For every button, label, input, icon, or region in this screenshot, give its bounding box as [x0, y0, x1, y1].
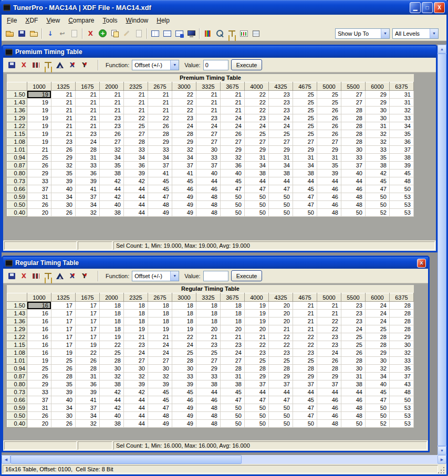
grid-cell[interactable]: 21: [124, 107, 148, 114]
grid-row-header[interactable]: 0.50: [7, 201, 27, 209]
grid-cell[interactable]: 30: [390, 341, 414, 349]
grid-cell[interactable]: 21: [51, 122, 76, 130]
grid-cell[interactable]: 50: [269, 193, 293, 201]
grid-cell[interactable]: 31: [390, 91, 414, 99]
grid-cell[interactable]: 17: [76, 333, 100, 341]
grid-col-header[interactable]: 4675: [293, 293, 317, 302]
grid-cell[interactable]: 48: [148, 412, 172, 420]
grid-cell[interactable]: 26: [317, 122, 341, 130]
grid-cell[interactable]: 39: [124, 170, 148, 177]
grid-cell[interactable]: 48: [196, 404, 221, 412]
menu-item-tools[interactable]: Tools: [99, 16, 122, 25]
grid-cell[interactable]: 50: [366, 404, 390, 412]
grid-cell[interactable]: 40: [51, 396, 76, 404]
grid-row-header[interactable]: 0.94: [7, 365, 27, 373]
grid-cell[interactable]: 19: [245, 310, 269, 318]
grid-cell[interactable]: 18: [221, 310, 245, 318]
grid-cell[interactable]: 18: [124, 310, 148, 318]
grid-cell[interactable]: 18: [196, 310, 221, 318]
grid-cell[interactable]: 21: [76, 114, 100, 122]
grid-cell[interactable]: 41: [76, 185, 100, 193]
x-axis-button[interactable]: X: [66, 270, 78, 282]
grid-cell[interactable]: 48: [341, 193, 366, 201]
grid-cell[interactable]: 46: [172, 185, 196, 193]
grid-cell[interactable]: 29: [27, 380, 51, 388]
grid-col-header[interactable]: 5500: [341, 293, 366, 302]
grid-cell[interactable]: 24: [148, 349, 172, 357]
grid-cell[interactable]: 41: [148, 170, 172, 177]
grid-cell[interactable]: 25: [27, 154, 51, 162]
grid-cell[interactable]: 21: [76, 107, 100, 114]
grid-cell[interactable]: 22: [245, 341, 269, 349]
x-axis-button[interactable]: X: [66, 59, 78, 71]
scroll-left-icon[interactable]: ◀: [2, 455, 11, 464]
grid-cell[interactable]: 53: [390, 193, 414, 201]
grid-col-header[interactable]: 1000: [27, 293, 51, 302]
grid-cell[interactable]: 45: [172, 177, 196, 185]
menu-item-file[interactable]: File: [3, 16, 21, 25]
grid-cell[interactable]: 25: [100, 349, 124, 357]
grid-cell[interactable]: 35: [100, 162, 124, 170]
grid-cell[interactable]: 47: [293, 404, 317, 412]
grid-cell[interactable]: 21: [76, 99, 100, 107]
grid-cell[interactable]: 17: [51, 333, 76, 341]
compare-button[interactable]: [226, 27, 238, 39]
grid-cell[interactable]: 22: [293, 333, 317, 341]
search-button[interactable]: [214, 27, 226, 39]
grid-cell[interactable]: 26: [341, 349, 366, 357]
grid-cell[interactable]: 38: [390, 154, 414, 162]
grid-cell[interactable]: 23: [341, 310, 366, 318]
save-button[interactable]: [16, 27, 28, 39]
grid-col-header[interactable]: 1675: [76, 82, 100, 91]
grid-cell[interactable]: 23: [341, 318, 366, 325]
monitor-button[interactable]: [185, 27, 197, 39]
grid-cell[interactable]: 50: [245, 404, 269, 412]
grid-row-header[interactable]: 0.40: [7, 209, 27, 217]
grid-cell[interactable]: 25: [293, 122, 317, 130]
grid-cell[interactable]: 21: [245, 333, 269, 341]
grid-row-header[interactable]: 1.50: [7, 91, 27, 99]
grid-col-header[interactable]: 5000: [317, 293, 341, 302]
grid-cell[interactable]: 33: [172, 373, 196, 380]
grid-cell[interactable]: 29: [269, 373, 293, 380]
grid-cell[interactable]: 21: [269, 325, 293, 333]
grid-cell[interactable]: 34: [366, 373, 390, 380]
grid-cell[interactable]: 23: [124, 341, 148, 349]
grid-cell[interactable]: 29: [148, 138, 172, 146]
grid-row-header[interactable]: 1.50: [7, 302, 27, 310]
grid-cell[interactable]: 44: [317, 388, 341, 396]
grid-row-header[interactable]: 0.80: [7, 380, 27, 388]
grid-cell[interactable]: 18: [124, 318, 148, 325]
grid-cell[interactable]: 36: [390, 138, 414, 146]
grid-col-header[interactable]: 4325: [269, 293, 293, 302]
grid-cell[interactable]: 31: [269, 154, 293, 162]
grid-cell[interactable]: 33: [196, 373, 221, 380]
grid-cell[interactable]: 44: [124, 209, 148, 217]
grid-cell[interactable]: 36: [76, 170, 100, 177]
grid-col-header[interactable]: 1325: [51, 82, 76, 91]
grid-cell[interactable]: 32: [148, 373, 172, 380]
grid-cell[interactable]: 27: [269, 138, 293, 146]
grid-cell[interactable]: 17: [51, 310, 76, 318]
scroll-right-icon[interactable]: ▶: [437, 455, 446, 464]
grid-cell[interactable]: 32: [366, 365, 390, 373]
grid-cell[interactable]: 21: [293, 310, 317, 318]
grid-cell[interactable]: 26: [27, 201, 51, 209]
grid-cell[interactable]: 32: [76, 420, 100, 428]
grid-row-header[interactable]: 1.22: [7, 333, 27, 341]
grid-cell[interactable]: 47: [148, 193, 172, 201]
grid-cell[interactable]: 38: [221, 380, 245, 388]
grid-cell[interactable]: 24: [221, 122, 245, 130]
grid-cell[interactable]: 27: [341, 91, 366, 99]
grid-cell[interactable]: 21: [51, 114, 76, 122]
grid-cell[interactable]: 24: [341, 325, 366, 333]
grid-cell[interactable]: 19: [27, 357, 51, 365]
grid-cell[interactable]: 20: [196, 325, 221, 333]
undo-button[interactable]: ↩: [56, 27, 68, 39]
grid-cell[interactable]: 21: [317, 302, 341, 310]
grid-cell[interactable]: 45: [221, 388, 245, 396]
grid-cell[interactable]: 33: [341, 154, 366, 162]
grid-cell[interactable]: 44: [269, 388, 293, 396]
vertical-scrollbar[interactable]: ▲ ▼: [437, 45, 446, 455]
grid-cell[interactable]: 24: [245, 122, 269, 130]
